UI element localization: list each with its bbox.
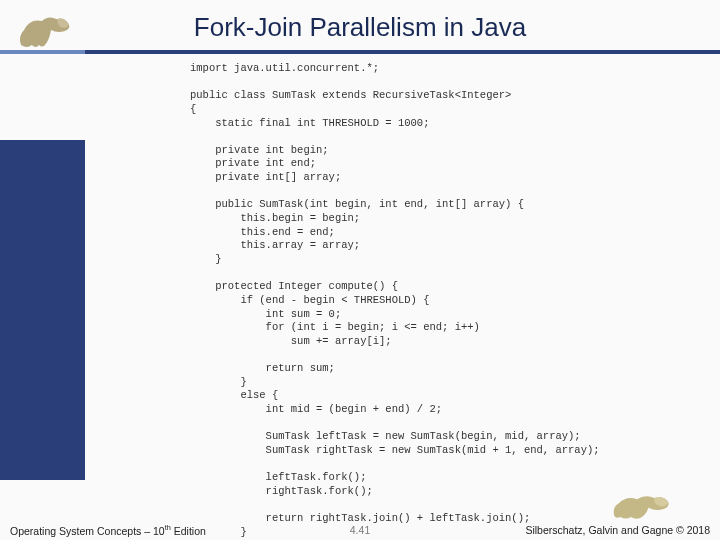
left-sidebar-block xyxy=(0,140,85,480)
code-block: import java.util.concurrent.*; public cl… xyxy=(190,62,660,540)
top-bar xyxy=(0,50,720,54)
dinosaur-bottom-icon xyxy=(610,488,674,522)
slide-title: Fork-Join Parallelism in Java xyxy=(0,12,720,43)
footer: Operating System Concepts – 10th Edition… xyxy=(0,518,720,536)
footer-copyright: Silberschatz, Galvin and Gagne © 2018 xyxy=(525,524,710,536)
